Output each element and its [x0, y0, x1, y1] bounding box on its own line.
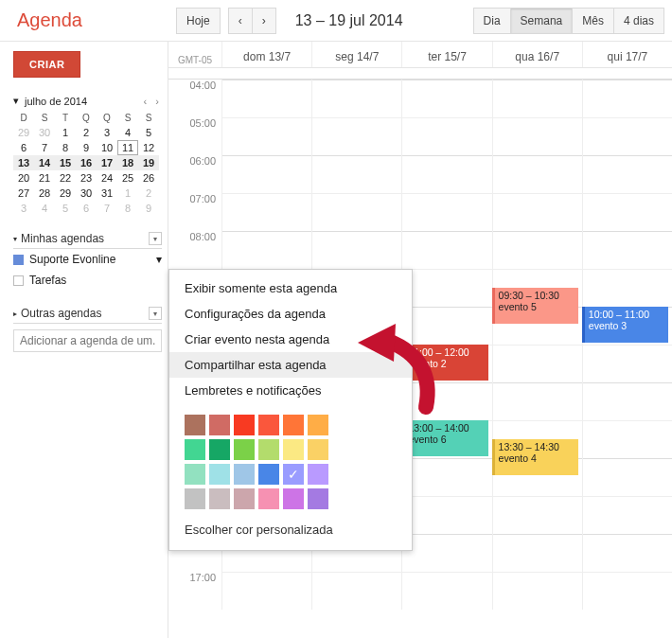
mini-day-cell[interactable]: 4 [34, 201, 55, 216]
mini-day-cell[interactable]: 16 [76, 155, 97, 170]
context-menu-item[interactable]: Lembretes e notificações [169, 378, 412, 403]
mini-day-cell[interactable]: 4 [117, 125, 138, 140]
color-swatch[interactable] [209, 464, 230, 485]
calendar-event[interactable]: 13:30 – 14:30evento 4 [492, 439, 578, 475]
calendar-item-label: Suporte Evonline [29, 253, 115, 266]
calendar-item-menu-button[interactable]: ▾ [156, 253, 162, 266]
mini-day-cell[interactable]: 7 [34, 140, 55, 155]
calendar-color-chip[interactable] [13, 255, 24, 265]
color-swatch[interactable] [234, 488, 255, 509]
mini-day-cell[interactable]: 19 [138, 155, 159, 170]
view-week-button[interactable]: Semana [511, 8, 574, 34]
mini-day-cell[interactable]: 6 [13, 140, 34, 155]
mini-day-cell[interactable]: 9 [138, 201, 159, 216]
color-swatch[interactable] [283, 488, 304, 509]
next-button[interactable]: › [253, 8, 276, 34]
mini-day-cell[interactable]: 7 [97, 201, 117, 216]
context-menu-item[interactable]: Compartilhar esta agenda [169, 352, 412, 378]
color-swatch[interactable] [234, 415, 255, 435]
color-swatch[interactable] [234, 439, 255, 460]
mini-day-cell[interactable]: 30 [76, 186, 97, 201]
color-swatch[interactable] [209, 415, 230, 435]
mini-day-cell[interactable]: 25 [117, 170, 138, 186]
calendar-color-chip[interactable] [13, 275, 24, 286]
color-swatch[interactable] [258, 439, 279, 460]
mini-day-cell[interactable]: 24 [97, 170, 117, 186]
calendar-list-item[interactable]: Tarefas [13, 270, 162, 291]
mini-day-cell[interactable]: 1 [55, 125, 76, 140]
calendar-event[interactable]: 13:00 – 14:00evento 6 [401, 420, 487, 456]
mini-day-cell[interactable]: 21 [34, 170, 55, 186]
calendar-event[interactable]: 10:00 – 11:00evento 3 [582, 307, 668, 343]
calendar-event[interactable]: 11:00 – 12:00evento 2 [401, 345, 487, 381]
mini-day-cell[interactable]: 20 [13, 170, 34, 186]
mini-day-cell[interactable]: 13 [13, 155, 34, 170]
color-swatch[interactable] [185, 464, 205, 485]
mini-prev-button[interactable]: ‹ [141, 96, 150, 107]
color-swatch[interactable] [234, 464, 255, 485]
mini-calendar: ▾ julho de 2014 ‹ › DSTQQSS2930123456789… [13, 95, 162, 216]
mini-day-cell[interactable]: 15 [55, 155, 76, 170]
mini-day-cell[interactable]: 6 [76, 201, 97, 216]
color-swatch[interactable] [209, 488, 230, 509]
mini-day-cell[interactable]: 5 [55, 201, 76, 216]
color-swatch[interactable] [209, 439, 230, 460]
mini-day-cell[interactable]: 3 [97, 125, 117, 140]
choose-custom-color[interactable]: Escolher cor personalizada [169, 513, 412, 544]
context-menu-item[interactable]: Configurações da agenda [169, 301, 412, 327]
color-swatch[interactable] [185, 415, 205, 435]
context-menu-item[interactable]: Exibir somente esta agenda [169, 275, 412, 301]
mini-day-cell[interactable]: 23 [76, 170, 97, 186]
mini-day-cell[interactable]: 12 [138, 140, 159, 155]
mini-day-cell[interactable]: 8 [55, 140, 76, 155]
mini-day-cell[interactable]: 17 [97, 155, 117, 170]
color-swatch[interactable] [308, 464, 328, 485]
mini-day-cell[interactable]: 27 [13, 186, 34, 201]
day-column-header: dom 13/7 [221, 42, 311, 67]
color-swatch[interactable] [185, 488, 205, 509]
mini-next-button[interactable]: › [152, 96, 162, 107]
mini-day-cell[interactable]: 11 [117, 140, 138, 155]
prev-button[interactable]: ‹ [228, 8, 253, 34]
color-swatch[interactable] [258, 488, 279, 509]
view-day-button[interactable]: Dia [473, 8, 511, 34]
color-swatch[interactable] [308, 439, 328, 460]
context-menu-item[interactable]: Criar evento nesta agenda [169, 327, 412, 352]
color-swatch[interactable] [308, 415, 328, 435]
color-swatch[interactable] [185, 439, 205, 460]
other-calendars-menu-button[interactable]: ▾ [149, 307, 162, 320]
today-button[interactable]: Hoje [176, 8, 221, 34]
color-swatch[interactable] [283, 415, 304, 435]
mini-day-cell[interactable]: 10 [97, 140, 117, 155]
mini-day-cell[interactable]: 22 [55, 170, 76, 186]
color-swatch[interactable] [283, 439, 304, 460]
day-column[interactable] [492, 80, 582, 610]
mini-day-cell[interactable]: 30 [34, 125, 55, 140]
mini-day-cell[interactable]: 26 [138, 170, 159, 186]
view-month-button[interactable]: Mês [573, 8, 614, 34]
mini-day-cell[interactable]: 2 [76, 125, 97, 140]
mini-day-cell[interactable]: 3 [13, 201, 34, 216]
color-swatch[interactable] [283, 464, 304, 485]
mini-day-cell[interactable]: 28 [34, 186, 55, 201]
color-swatch[interactable] [258, 464, 279, 485]
mini-day-cell[interactable]: 9 [76, 140, 97, 155]
my-calendars-menu-button[interactable]: ▾ [149, 232, 162, 245]
mini-day-cell[interactable]: 8 [117, 201, 138, 216]
mini-day-cell[interactable]: 1 [117, 186, 138, 201]
color-swatch[interactable] [308, 488, 328, 509]
mini-day-cell[interactable]: 18 [117, 155, 138, 170]
calendar-list-item[interactable]: Suporte Evonline▾ [13, 249, 162, 270]
color-swatch[interactable] [258, 415, 279, 435]
day-column[interactable] [582, 80, 672, 610]
mini-day-cell[interactable]: 2 [138, 186, 159, 201]
mini-day-cell[interactable]: 29 [55, 186, 76, 201]
mini-day-cell[interactable]: 5 [138, 125, 159, 140]
mini-day-cell[interactable]: 29 [13, 125, 34, 140]
create-button[interactable]: CRIAR [13, 51, 80, 78]
calendar-event[interactable]: 09:30 – 10:30evento 5 [492, 288, 578, 324]
mini-day-cell[interactable]: 14 [34, 155, 55, 170]
view-4days-button[interactable]: 4 dias [614, 8, 664, 34]
mini-day-cell[interactable]: 31 [97, 186, 117, 201]
add-other-calendar-input[interactable] [13, 329, 162, 352]
